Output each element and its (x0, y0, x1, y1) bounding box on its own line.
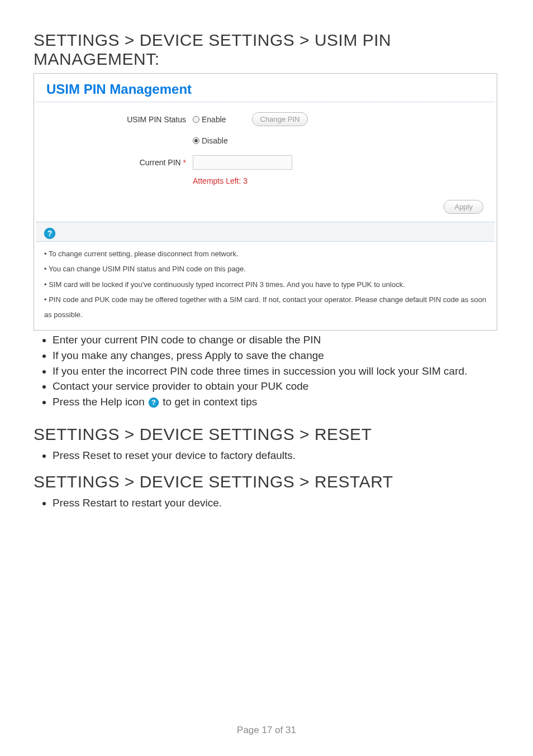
required-star-icon: * (183, 158, 186, 167)
document-page: SETTINGS > DEVICE SETTINGS > USIM PIN MA… (0, 0, 533, 756)
panel-body: USIM PIN Status Enable Change PIN Disabl… (34, 102, 497, 222)
status-label: USIM PIN Status (40, 115, 193, 124)
help-item: • SIM card will be locked if you've cont… (44, 277, 493, 292)
list-item: Press Reset to reset your device to fact… (53, 448, 499, 463)
radio-icon (193, 137, 199, 144)
apply-row: Apply (40, 200, 491, 219)
help-icon: ? (149, 398, 159, 408)
disable-radio-label: Disable (202, 136, 228, 145)
apply-button[interactable]: Apply (444, 200, 483, 214)
disable-radio[interactable]: Disable (193, 136, 228, 145)
current-pin-label: Current PIN * (40, 158, 193, 167)
enable-radio-label: Enable (202, 115, 226, 124)
list-item: If you enter the incorrect PIN code thre… (53, 364, 499, 379)
doc-instructions-list: Enter your current PIN code to change or… (34, 333, 499, 409)
list-item: If you make any changes, press Apply to … (53, 348, 499, 363)
breadcrumb-heading-reset: SETTINGS > DEVICE SETTINGS > RESET (34, 425, 499, 444)
change-pin-button[interactable]: Change PIN (252, 112, 308, 126)
reset-list: Press Reset to reset your device to fact… (34, 448, 499, 463)
disable-row: Disable (40, 136, 491, 145)
panel-title: USIM PIN Management (36, 74, 494, 102)
help-list: • To change current setting, please disc… (34, 242, 497, 330)
help-item: • You can change USIM PIN status and PIN… (44, 261, 493, 276)
list-item: Press Restart to restart your device. (53, 496, 499, 510)
restart-list: Press Restart to restart your device. (34, 496, 499, 510)
help-item: • PIN code and PUK code may be offered t… (44, 292, 493, 323)
breadcrumb-heading-usim: SETTINGS > DEVICE SETTINGS > USIM PIN MA… (34, 31, 499, 69)
enable-radio[interactable]: Enable (193, 115, 226, 124)
help-strip: ? (36, 222, 494, 242)
list-item: Press the Help icon ? to get in context … (53, 395, 499, 409)
radio-icon (193, 116, 199, 123)
help-item: • To change current setting, please disc… (44, 246, 493, 261)
list-item: Enter your current PIN code to change or… (53, 333, 499, 347)
current-pin-input[interactable] (193, 155, 292, 170)
help-icon[interactable]: ? (44, 228, 55, 239)
usim-pin-panel: USIM PIN Management USIM PIN Status Enab… (34, 73, 497, 331)
page-number: Page 17 of 31 (0, 725, 533, 736)
attempts-left-text: Attempts Left: 3 (193, 176, 491, 185)
current-pin-row: Current PIN * (40, 155, 491, 170)
status-row: USIM PIN Status Enable Change PIN (40, 112, 491, 126)
breadcrumb-heading-restart: SETTINGS > DEVICE SETTINGS > RESTART (34, 472, 499, 491)
list-item: Contact your service provider to obtain … (53, 379, 499, 394)
